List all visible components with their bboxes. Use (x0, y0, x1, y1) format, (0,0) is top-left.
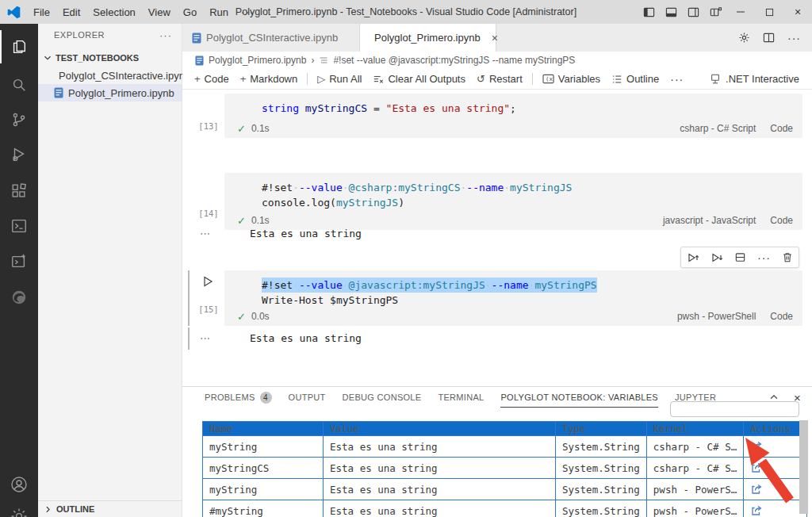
kernel-indicator[interactable]: .NET Interactive (710, 73, 812, 85)
code-line[interactable]: Write-Host $myStringPS (262, 293, 802, 308)
panel-tab-debug-console[interactable]: DEBUG CONSOLE (343, 387, 422, 408)
code-line-selected[interactable]: #!set·--value·@javascript:myStringJS·--n… (262, 278, 597, 293)
file-name: Polyglot_CSInteractive.ipynb (59, 70, 190, 82)
execution-count: [13] (195, 121, 222, 131)
column-header-kernel[interactable]: Kernel (646, 422, 743, 436)
cell-kernel-picker[interactable]: csharp - C# Script (680, 123, 756, 134)
code-line[interactable]: #!set·--value·@csharp:myStringCS·--name·… (262, 180, 802, 195)
menu-run[interactable]: Run (203, 0, 235, 24)
source-control-icon[interactable] (0, 103, 38, 136)
editor-settings-gear-icon[interactable] (738, 32, 750, 44)
tab-csinteractive[interactable]: Polyglot_CSInteractive.ipynb (182, 24, 360, 52)
clear-all-outputs-button[interactable]: Clear All Outputs (367, 71, 471, 88)
explorer-icon[interactable] (0, 30, 38, 63)
cell-language-picker[interactable]: Code (770, 311, 793, 322)
split-editor-icon[interactable] (763, 32, 775, 44)
menu-file[interactable]: File (27, 0, 56, 24)
output-text: Esta es una string (250, 332, 362, 344)
cell-language-picker[interactable]: Code (770, 215, 793, 226)
menu-go[interactable]: Go (177, 0, 203, 24)
output-collapse-button[interactable]: ⋯ (200, 332, 216, 344)
code-line[interactable]: console.log(myStringJS) (262, 195, 802, 210)
close-tab-icon[interactable]: × (492, 32, 498, 44)
title-bar: File Edit Selection View Go Run ··· Poly… (0, 0, 812, 24)
panel-tab-problems[interactable]: PROBLEMS 4 (205, 387, 272, 408)
toggle-panel-icon[interactable] (660, 0, 682, 24)
problems-count-badge: 4 (260, 392, 272, 404)
share-variable-icon[interactable] (750, 504, 800, 517)
clear-outputs-icon (373, 74, 384, 85)
panel-tab-terminal[interactable]: TERMINAL (438, 387, 484, 408)
panel-tab-polyglot-variables[interactable]: POLYGLOT NOTEBOOK: VARIABLES (500, 387, 658, 408)
edge-browser-icon[interactable] (0, 281, 38, 314)
cell-more-actions-icon[interactable]: ··· (757, 251, 771, 264)
toggle-sidebar-icon[interactable] (638, 0, 660, 24)
menu-view[interactable]: View (142, 0, 177, 24)
remote-terminal-icon[interactable] (0, 209, 38, 243)
execution-count: [14] (195, 209, 222, 218)
column-header-type[interactable]: Type (556, 422, 647, 436)
tab-label: Polyglot_Primero.ipynb (374, 32, 481, 44)
output-collapse-button[interactable]: ⋯ (200, 228, 216, 239)
column-header-actions[interactable]: Actions (744, 422, 807, 436)
column-header-name[interactable]: Name (203, 422, 324, 436)
share-variable-icon[interactable] (750, 483, 800, 496)
panel-scrollbar[interactable] (799, 420, 808, 514)
panel-tab-output[interactable]: OUTPUT (289, 387, 326, 408)
file-item-primero[interactable]: Polyglot_Primero.ipynb (38, 84, 182, 101)
outline-icon (611, 74, 622, 85)
close-window-button[interactable]: × (783, 0, 812, 24)
chevron-right-icon (43, 504, 53, 515)
accounts-icon[interactable] (0, 468, 38, 501)
menu-selection[interactable]: Selection (86, 0, 141, 24)
variables-filter-input[interactable] (670, 401, 799, 417)
notebook-cell-15[interactable]: #!set·--value·@javascript:myStringJS·--n… (224, 270, 802, 326)
explorer-more-actions[interactable]: ··· (159, 29, 172, 41)
breadcrumb[interactable]: Polyglot_Primero.ipynb › #!set --value @… (182, 52, 812, 69)
variable-kernel: pwsh - PowerS… (646, 500, 743, 517)
delete-cell-icon[interactable] (782, 251, 793, 263)
polyglot-notebooks-icon[interactable] (0, 245, 38, 278)
cell-kernel-picker[interactable]: javascript - JavaScript (663, 215, 756, 226)
customize-layout-icon[interactable] (704, 0, 726, 24)
cell-language-picker[interactable]: Code (770, 123, 793, 134)
share-variable-icon[interactable] (750, 440, 800, 453)
file-item-csinteractive[interactable]: Polyglot_CSInteractive.ipynb (38, 67, 182, 84)
notebook-cell-14[interactable]: #!set·--value·@csharp:myStringCS·--name·… (224, 173, 802, 230)
variables-button[interactable]: (x) Variables (537, 71, 606, 88)
add-code-cell-button[interactable]: +Code (189, 71, 235, 88)
run-and-debug-icon[interactable] (0, 138, 38, 171)
table-row[interactable]: myString Esta es una string System.Strin… (203, 436, 807, 458)
toolbar-more-actions[interactable]: ··· (665, 71, 689, 88)
run-all-button[interactable]: ▷Run All (312, 71, 367, 88)
breadcrumb-cell[interactable]: #!set --value @javascript:myStringJS --n… (333, 55, 575, 66)
workspace-folder[interactable]: TEST_NOTEBOOKS (38, 49, 182, 67)
minimize-button[interactable] (726, 0, 755, 24)
outline-section-header[interactable]: OUTLINE (38, 500, 182, 517)
outline-button[interactable]: Outline (606, 71, 665, 88)
run-cell-button[interactable] (201, 275, 214, 288)
add-markdown-cell-button[interactable]: +Markdown (235, 71, 304, 88)
cell-kernel-picker[interactable]: pwsh - PowerShell (677, 311, 756, 322)
tab-primero[interactable]: Polyglot_Primero.ipynb × (360, 24, 496, 52)
breadcrumb-file[interactable]: Polyglot_Primero.ipynb (209, 55, 306, 66)
table-row[interactable]: myStringCS Esta es una string System.Str… (203, 458, 807, 479)
column-header-value[interactable]: Value (324, 422, 556, 436)
execute-above-icon[interactable] (687, 251, 699, 264)
extensions-icon[interactable] (0, 174, 38, 208)
table-row[interactable]: myString Esta es una string System.Strin… (203, 479, 807, 500)
restart-kernel-button[interactable]: ↺Restart (471, 71, 528, 88)
split-cell-icon[interactable] (734, 251, 746, 263)
editor-more-actions-icon[interactable]: ··· (787, 32, 801, 44)
code-line[interactable]: string myStringCS = "Esta es una string"… (262, 101, 802, 116)
menu-edit[interactable]: Edit (56, 0, 86, 24)
execute-below-icon[interactable] (710, 251, 723, 264)
execution-count: [15] (195, 304, 222, 314)
search-icon[interactable] (0, 68, 38, 101)
toggle-secondary-sidebar-icon[interactable] (682, 0, 704, 24)
maximize-button[interactable] (755, 0, 783, 24)
settings-gear-icon[interactable] (0, 500, 38, 517)
table-row[interactable]: #myString Esta es una string System.Stri… (203, 500, 807, 517)
share-variable-icon[interactable] (750, 461, 800, 474)
notebook-cell-13[interactable]: string myStringCS = "Esta es una string"… (224, 94, 802, 138)
